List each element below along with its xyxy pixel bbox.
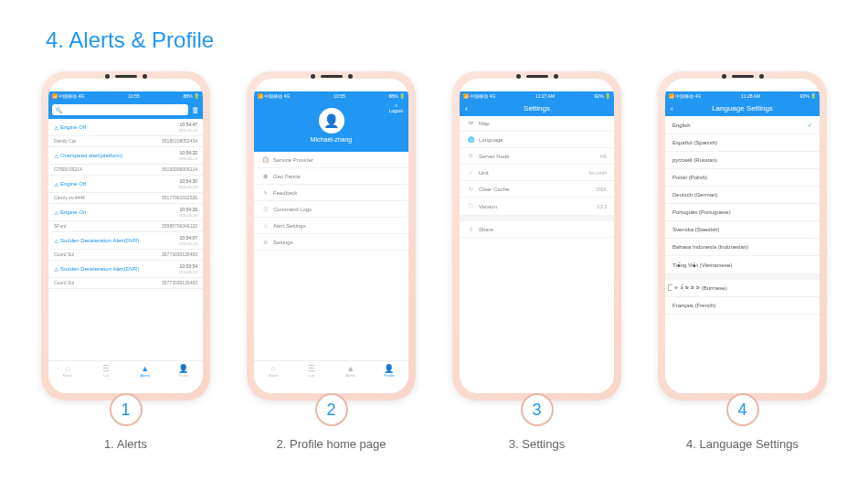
phone-2-wrap: 📶 中国移动 4G 10:55 88% 🔋 ⎋Logout 👤 Michael-… — [247, 71, 416, 451]
avatar[interactable]: 👤 — [319, 108, 344, 134]
language-row[interactable]: မြန်မာဘာသာ (Burmese) — [665, 280, 820, 297]
language-row[interactable]: Bahasa Indonesia (Indonesian) — [665, 239, 820, 256]
tab-bar: ⌂ Home ☰ List ▲ Alerts 👤 Profile — [254, 360, 408, 380]
alert-time: 10:54:072019-05-10 — [179, 235, 197, 246]
language-row[interactable]: Português (Portuguese) — [665, 204, 820, 221]
alert-device-row: Family Car35180108052434 — [48, 136, 203, 147]
device-id: 35177061012526 — [162, 195, 197, 200]
settings-row[interactable]: ⧉ Server Node HK — [460, 148, 614, 165]
language-row[interactable]: Tiếng Việt (Vietnamese) — [665, 256, 820, 274]
device-id: 35985706346122 — [162, 223, 197, 229]
settings-row[interactable]: ✓ Unit km,km/h — [460, 165, 614, 181]
device-id: 35150006005214 — [162, 166, 197, 172]
settings-icon: 🗺 — [467, 121, 474, 126]
device-id: 35773030135483 — [162, 280, 197, 285]
home-button-2: 2 — [315, 393, 348, 426]
language-label: Tiếng Việt (Vietnamese) — [672, 262, 732, 268]
alerts-search-row: 🗑 — [48, 101, 203, 119]
profile-menu-item[interactable]: ✎ Feedback — [254, 185, 408, 201]
phone-1-screen-wrap: 📶 中国移动 4G 10:55 88% 🔋 🗑 Engine Off 10:54… — [48, 79, 203, 393]
settings-label: Share — [479, 227, 493, 232]
tab-list[interactable]: ☰ List — [292, 361, 331, 380]
profile-menu-item[interactable]: 📋 Service Provider — [254, 152, 408, 168]
language-title: Language Settings — [712, 104, 773, 112]
alert-row[interactable]: Overspeed alert(platform) 10:54:322019-0… — [48, 147, 203, 165]
language-label: Português (Portuguese) — [672, 209, 731, 215]
language-row[interactable]: Français (French) — [665, 297, 820, 315]
language-row[interactable]: English ✓ — [665, 116, 820, 134]
tab-list[interactable]: ☰ List — [87, 361, 125, 380]
profile-icon: 👤 — [178, 365, 188, 373]
status-bar: 📶 中国移动 4G 10:55 88% 🔋 — [254, 91, 408, 101]
alert-row[interactable]: Sudden Deceleration Alert(DVR) 10:54:072… — [48, 232, 203, 250]
alerts-icon: ▲ — [141, 365, 149, 373]
language-row[interactable]: Polski (Polish) — [665, 169, 820, 187]
check-icon: ✓ — [808, 122, 812, 128]
settings-value: 186K — [596, 187, 607, 192]
alert-name: Engine Off — [54, 124, 86, 131]
home-button-3: 3 — [521, 393, 554, 426]
phone-3-frame: 📶 中国移动 4G 11:27 AM 92% 🔋 ‹ Settings 🗺 Ma… — [452, 71, 621, 401]
language-row[interactable]: Español (Spanish) — [665, 134, 820, 152]
profile-menu-item[interactable]: ☰ Command Logs — [254, 201, 408, 218]
language-row[interactable]: Deutsch (German) — [665, 187, 820, 204]
device-name: Camry vs-4444 — [54, 195, 85, 200]
status-bar: 📶 中国移动 4G 11:28 AM 93% 🔋 — [665, 91, 820, 101]
device-id: 35180108052434 — [162, 138, 197, 144]
status-left: 📶 中国移动 4G — [52, 93, 84, 99]
home-icon: ⌂ — [270, 365, 275, 373]
profile-menu-item[interactable]: ⚠ Alert Settings — [254, 218, 408, 234]
settings-row[interactable]: ↻ Clear Cache 186K — [460, 181, 614, 198]
language-label: Svenska (Swedish) — [672, 227, 719, 232]
menu-label: Service Provider — [273, 157, 313, 163]
tab-home[interactable]: ⌂ Home — [254, 361, 292, 380]
language-label: Français (French) — [672, 303, 715, 308]
settings-value: km,km/h — [589, 170, 607, 176]
settings-row[interactable]: 🌐 Language — [460, 132, 614, 148]
phone-1-wrap: 📶 中国移动 4G 10:55 88% 🔋 🗑 Engine Off 10:54… — [41, 71, 210, 451]
settings-row[interactable]: 🗺 Map — [460, 116, 614, 132]
logout-button[interactable]: ⎋Logout — [389, 102, 403, 113]
settings-row[interactable]: ⓘ Version 3.2.3 — [460, 198, 614, 216]
alert-device-row: Coord Sul35773030135483 — [48, 278, 203, 289]
tab-profile[interactable]: 👤 Profile — [164, 361, 203, 380]
back-icon[interactable]: ‹ — [465, 104, 468, 113]
settings-value: HK — [600, 154, 607, 159]
search-input[interactable] — [52, 104, 188, 115]
status-bar: 📶 中国移动 4G 11:27 AM 92% 🔋 — [460, 91, 614, 101]
language-label: English — [672, 123, 691, 128]
language-row[interactable]: Svenska (Swedish) — [665, 221, 820, 239]
tab-profile[interactable]: 👤 Profile — [370, 361, 408, 380]
profile-menu-item[interactable]: ⬢ Geo Fence — [254, 168, 408, 185]
alert-row[interactable]: Engine On 10:54:292019-05-10 — [48, 204, 203, 221]
alert-row[interactable]: Engine Off 10:54:302019-05-10 — [48, 176, 203, 193]
settings-label: Unit — [479, 170, 489, 176]
trash-icon[interactable]: 🗑 — [192, 106, 199, 114]
menu-label: Command Logs — [273, 207, 312, 212]
alert-name: Engine Off — [54, 181, 86, 187]
status-time: 10:55 — [128, 93, 140, 99]
alert-row[interactable]: Engine Off 10:54:472019-05-10 — [48, 119, 203, 136]
phone-3-wrap: 📶 中国移动 4G 11:27 AM 92% 🔋 ‹ Settings 🗺 Ma… — [452, 71, 621, 451]
settings-label: Clear Cache — [479, 187, 509, 192]
alert-name: Engine On — [54, 209, 86, 216]
settings-icon: ↻ — [467, 186, 474, 192]
tab-alerts[interactable]: ▲ Alerts — [126, 361, 164, 380]
profile-menu-item[interactable]: ⚙ Settings — [254, 234, 408, 251]
phone-1-frame: 📶 中国移动 4G 10:55 88% 🔋 🗑 Engine Off 10:54… — [41, 71, 210, 401]
back-icon[interactable]: ‹ — [671, 104, 673, 113]
alert-time: 10:54:472019-05-10 — [179, 122, 197, 133]
device-id: 35773030135483 — [162, 251, 197, 257]
menu-icon: 📋 — [261, 156, 269, 163]
language-header: ‹ Language Settings — [665, 101, 820, 116]
settings-row[interactable]: ⇪ Share — [460, 221, 614, 238]
tab-home[interactable]: ⌂ Home — [48, 361, 87, 380]
language-row[interactable]: русский (Russian) — [665, 152, 820, 169]
menu-label: Feedback — [273, 190, 297, 196]
alert-device-row: Camry vs-444435177061012526 — [48, 193, 203, 204]
profile-hero: ⎋Logout 👤 Michael-zhang — [254, 101, 408, 152]
tab-alerts[interactable]: ▲ Alerts — [332, 361, 370, 380]
alert-row[interactable]: Sudden Deceleration Alert(DVR) 10:53:542… — [48, 261, 203, 278]
settings-list: 🗺 Map 🌐 Language ⧉ Server Node HK ✓ Unit… — [460, 116, 614, 238]
menu-label: Settings — [273, 240, 293, 245]
